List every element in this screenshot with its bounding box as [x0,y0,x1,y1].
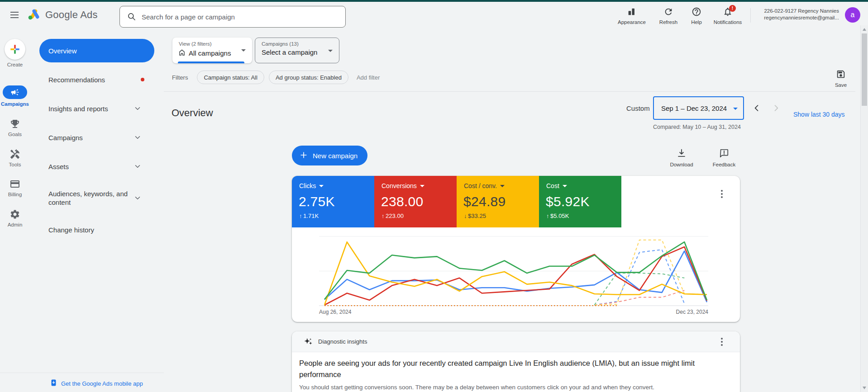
download-button[interactable]: Download [665,148,698,167]
scorecard-delta: ↓ $33.25 [464,213,539,219]
show-last-30-days-link[interactable]: Show last 30 days [793,111,845,118]
sidebar-item-change-history[interactable]: Change history [39,218,154,241]
chart-series-clicks [324,251,707,302]
chevron-down-icon [134,162,142,172]
topbar: Google Ads AppearanceRefreshHelp!Notific… [0,2,868,27]
feedback-icon [719,148,729,160]
save-icon [836,69,846,81]
compared-range-label: Compared: May 10 – Aug 31, 2024 [653,124,741,130]
scorecard-metric-selector[interactable]: Cost / conv. [464,182,539,189]
plus-icon [299,151,308,161]
feedback-label: Feedback [713,162,736,167]
scorecard-delta: ↑ $5.05K [546,213,621,219]
scorecard-clicks: Clicks2.75K↑ 1.71K [292,176,374,227]
sidebar-footer-divider [0,373,164,373]
scorecard-delta: ↑ 223.00 [382,213,457,219]
feedback-button[interactable]: Feedback [708,148,740,167]
home-icon [178,48,186,58]
google-ads-logo[interactable]: Google Ads [27,7,98,23]
notification-badge: ! [729,5,736,12]
scorecard-metric-selector[interactable]: Conversions [382,182,457,189]
megaphone-icon [3,85,27,99]
view-selector-value: All campaigns [189,49,231,57]
scroll-down-arrow[interactable] [863,387,866,389]
diagnostic-insights-card: Diagnostic insights People are seeing yo… [292,331,740,392]
rail-item-campaigns[interactable]: Campaigns [0,85,30,107]
rail-item-goals[interactable]: Goals [0,118,30,137]
filters-bar: Filters Campaign status: AllAd group sta… [172,71,380,84]
phone-icon [50,379,57,388]
diagnostic-insights-header: Diagnostic insights [292,331,740,352]
scorecard-metric-selector[interactable]: Clicks [299,182,374,189]
add-filter-button[interactable]: Add filter [357,74,380,81]
avatar[interactable]: a [845,7,860,23]
account-email: regencynanniesremote@gmail... [752,14,839,21]
chevron-down-icon [134,133,142,143]
rail-item-billing[interactable]: Billing [0,179,30,197]
ads-logo-icon [27,7,41,23]
new-campaign-button[interactable]: New campaign [292,146,367,165]
scorecard-cost-conv: Cost / conv.$24.89↓ $33.25 [457,176,539,227]
scorecard-metric-selector[interactable]: Cost [546,182,621,189]
menu-hamburger-icon[interactable] [9,9,21,19]
campaign-selector[interactable]: Campaigns (13) Select a campaign [255,38,339,63]
product-name: Google Ads [45,9,98,21]
rail-item-create[interactable]: Create [0,39,30,67]
save-label: Save [835,82,847,88]
filter-chip[interactable]: Ad group status: Enabled [269,71,348,84]
page-title: Overview [172,107,213,119]
global-search [119,6,346,28]
vertical-scrollbar [860,25,868,392]
sidebar-item-insights-and-reports[interactable]: Insights and reports [39,97,154,120]
trend-line-chart [319,235,708,308]
google-ads-app: Google Ads AppearanceRefreshHelp!Notific… [0,0,868,392]
chevron-down-icon [241,49,246,52]
campaign-selector-eyebrow: Campaigns (13) [262,41,339,47]
chevron-down-icon [420,185,424,187]
search-icon [127,12,136,21]
sidebar-item-overview[interactable]: Overview [39,39,154,62]
chart-x-axis: Aug 26, 2024 Dec 23, 2024 [319,309,708,315]
create-plus-icon [5,39,25,60]
nav-rail: CreateCampaignsGoalsToolsBillingAdmin [0,27,30,392]
scorecards: Clicks2.75K↑ 1.71KConversions238.00↑ 223… [292,176,621,227]
rail-item-tools[interactable]: Tools [0,149,30,167]
date-prev-button[interactable] [751,102,763,114]
sidebar-item-recommendations[interactable]: Recommendations [39,68,154,91]
date-mode-label: Custom [626,104,650,112]
filter-chip[interactable]: Campaign status: All [197,71,264,84]
sidebar-item-campaigns[interactable]: Campaigns [39,126,154,149]
sidebar-item-assets[interactable]: Assets [39,155,154,178]
billing-card-icon [10,179,20,189]
diagnostic-insights-title: Diagnostic insights [318,338,367,345]
chevron-down-icon [563,185,567,187]
rail-item-admin[interactable]: Admin [0,209,30,227]
sparkle-icon [304,337,313,346]
chevron-down-icon [328,50,333,52]
chart-card-menu-kebab-icon[interactable] [716,189,727,199]
diagnostic-body: You should start getting conversions soo… [299,384,709,391]
chart-series-conversions-compared-period [595,290,685,305]
download-icon [677,148,687,160]
account-info[interactable]: 226-022-9127 Regency Nannies regencynann… [752,8,839,21]
x-axis-start-label: Aug 26, 2024 [319,309,351,315]
help-button[interactable]: Help [680,7,713,25]
scrollbar-thumb[interactable] [862,33,867,106]
save-button[interactable]: Save [831,69,851,88]
diagnostic-menu-kebab-icon[interactable] [716,336,727,347]
scroll-up-arrow[interactable] [863,28,866,31]
notifications-button[interactable]: !Notifications [711,7,744,25]
sidebar-item-audiences-keywords-and-content[interactable]: Audiences, keywords, and content [39,184,154,213]
chevron-down-icon [134,194,142,203]
date-range-picker[interactable]: Sep 1 – Dec 23, 2024 [653,96,744,120]
search-input[interactable] [141,13,337,21]
mobile-app-link[interactable]: Get the Google Ads mobile app [50,379,143,388]
chevron-down-icon [134,104,142,114]
view-selector-active-underline [178,61,244,63]
chevron-down-icon [500,185,505,187]
scorecard-delta: ↑ 1.71K [299,213,374,219]
date-next-button-disabled[interactable] [770,102,782,114]
performance-chart-card: Clicks2.75K↑ 1.71KConversions238.00↑ 223… [292,176,740,322]
appearance-button[interactable]: Appearance [615,7,648,25]
view-selector[interactable]: View (2 filters) All campaigns [172,38,252,63]
